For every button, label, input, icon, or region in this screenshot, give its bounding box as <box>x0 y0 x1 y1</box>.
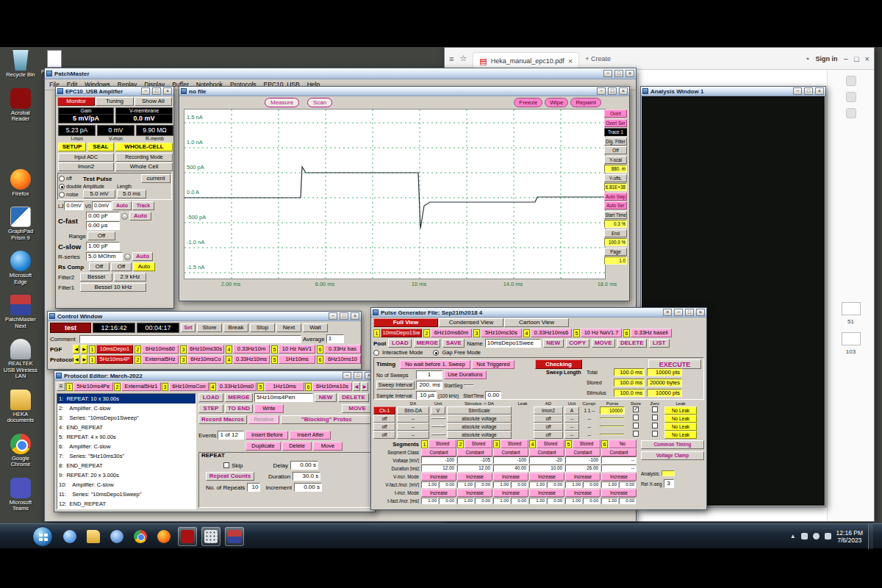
rack-button[interactable]: test <box>50 323 91 333</box>
protocol-item-label[interactable]: External5Hz <box>142 355 179 364</box>
protocol-event-row[interactable]: 9: REPEAT: 20 x 3.000s <box>57 470 196 480</box>
t-increment-field[interactable]: 0.00 <box>439 498 456 504</box>
amplifier-tab[interactable]: Show All <box>135 97 172 106</box>
volume-icon[interactable] <box>813 533 820 539</box>
page-thumbnail[interactable]: 103 <box>828 332 874 355</box>
control-button[interactable]: Store <box>197 323 222 332</box>
segment-class-button[interactable]: Constant <box>529 448 564 456</box>
minimize-button[interactable]: − <box>793 87 802 95</box>
pgf-item[interactable]: 2 6Hz10ms60 <box>135 345 179 354</box>
scope-sidebar-button[interactable]: Dig. Filter <box>604 137 627 146</box>
start-seg-field[interactable] <box>464 384 474 386</box>
pgf-item-label[interactable]: 10 Hz NaV1 <box>279 345 315 354</box>
pgf-item[interactable]: 1 10msDepo1 <box>89 345 133 354</box>
maximize-button[interactable]: □ <box>152 87 161 95</box>
t-incr-mode-button[interactable]: Increase <box>529 489 564 497</box>
maximize-button[interactable]: □ <box>685 309 694 316</box>
protocol-event-list[interactable]: 1: REPEAT: 10 x 30.00s2: Amplifier: C-sl… <box>57 393 196 509</box>
delay-field[interactable]: 0.00 s <box>290 461 318 470</box>
taskbar-app-button[interactable] <box>225 527 244 546</box>
segment-duration-field[interactable]: 26.00 <box>565 465 600 472</box>
test-pulse-option[interactable]: noise <box>59 190 82 198</box>
v-factor-field[interactable]: 1.00 <box>493 481 510 488</box>
desktop-icon[interactable]: Recycle Bin <box>3 50 38 79</box>
leak-mode-button[interactable]: No Leak <box>664 423 697 431</box>
merge-button[interactable]: MERGE <box>225 393 253 402</box>
help-icon[interactable]: ◔ <box>805 54 810 63</box>
desktop-icon[interactable]: Acrobat Reader <box>3 88 38 123</box>
scan-button[interactable]: Scan <box>307 98 332 107</box>
network-icon[interactable] <box>801 533 808 539</box>
taskbar-app-button[interactable] <box>131 527 150 546</box>
delete-event-button[interactable]: Delete <box>282 442 312 451</box>
t-factor-field[interactable]: 1.00 <box>493 498 510 504</box>
pool-tab[interactable]: 4 0.33Hz10ms6 <box>523 329 572 337</box>
stimulus-mode-button[interactable]: absolute voltage <box>447 415 512 423</box>
leak-mode-button[interactable]: No Leak <box>664 431 697 439</box>
v-increment-field[interactable]: 0.00 <box>583 481 600 488</box>
minimize-button[interactable]: − <box>603 70 612 77</box>
pgf-item[interactable]: 3 6Hz10ms30s <box>180 345 224 354</box>
stimulus-mode-button[interactable]: StimScale <box>447 406 512 415</box>
desktop-icon[interactable]: HEKA documents <box>3 390 38 424</box>
maximize-button[interactable]: □ <box>608 87 617 95</box>
test-pulse-type-button[interactable]: current <box>141 174 171 183</box>
protocol-tab-label[interactable]: 6Hz10msCon <box>169 382 209 391</box>
scope-sidebar-button[interactable]: Trace 1 <box>604 128 627 136</box>
channel-select-button[interactable]: off <box>373 415 395 423</box>
pool-tab-label[interactable]: 10msDepo1Sw <box>381 329 422 337</box>
range-button[interactable]: Off <box>87 232 115 240</box>
maximize-button[interactable]: □ <box>340 312 348 320</box>
taskbar-app-button[interactable] <box>84 527 103 546</box>
set-button[interactable]: Set <box>181 323 196 332</box>
duration-field[interactable]: 30.0 s <box>293 472 320 481</box>
repaint-button[interactable]: Repaint <box>570 98 601 107</box>
create-tab[interactable]: + Create <box>585 55 611 62</box>
pgf-item-label[interactable]: 0.33Hz bas <box>324 345 361 354</box>
gap-free-mode-radio-icon[interactable] <box>433 350 439 356</box>
scope-sidebar-button[interactable]: 100.0 % <box>604 238 627 246</box>
sample-interval-field[interactable]: 10 µs <box>416 391 437 400</box>
maximize-button[interactable]: □ <box>854 54 859 63</box>
t-increment-field[interactable]: 0.00 <box>619 498 636 504</box>
v-factor-field[interactable]: 1.00 <box>601 481 618 488</box>
protocol-tab[interactable]: 6 6Hz10ms10s <box>305 382 352 391</box>
protocol-event-row[interactable]: 7: Series: "5Hz10ms30s" <box>57 451 196 461</box>
protocol-tab-label[interactable]: External5Hz1 <box>121 382 161 391</box>
scope-sidebar-button[interactable]: Start Time <box>604 211 627 219</box>
t-incr-mode-button[interactable]: Increase <box>565 489 600 497</box>
pool-tab[interactable]: 6 0.33Hz baseli <box>623 329 672 337</box>
desktop-icon[interactable]: Firefox <box>3 169 38 198</box>
close-button[interactable]: × <box>619 87 628 95</box>
tray-expand-icon[interactable]: ▲ <box>790 533 796 539</box>
channel-select-button[interactable]: off <box>373 431 395 439</box>
protocol-item[interactable]: 2 External5Hz <box>135 355 179 364</box>
skip-checkbox[interactable] <box>223 462 229 468</box>
pool-tab[interactable]: 3 5Hz10ms30s <box>473 329 522 337</box>
t-factor-field[interactable]: 1.00 <box>601 498 618 504</box>
v-incr-mode-button[interactable]: Increase <box>529 473 564 481</box>
start-button[interactable] <box>32 526 53 547</box>
scope-sidebar-button[interactable]: Overl Swp <box>604 110 627 118</box>
record-macros-button[interactable]: Record Macros <box>198 415 247 424</box>
v-incr-mode-button[interactable]: Increase <box>457 473 492 481</box>
v-factor-field[interactable]: 1.00 <box>421 481 438 488</box>
protocol-tab[interactable]: 5 1Hz10ms <box>257 382 304 391</box>
store-checkbox[interactable] <box>633 406 639 412</box>
close-button[interactable]: × <box>625 70 634 77</box>
store-checkbox[interactable] <box>633 431 639 437</box>
taskbar-clock[interactable]: 12:16 PM 7/6/2023 <box>836 529 863 544</box>
t-increment-field[interactable]: 0.00 <box>583 498 600 504</box>
sequence-delete-button[interactable]: DELETE <box>617 339 647 348</box>
leak-mode-button[interactable]: No Leak <box>664 415 697 423</box>
taskbar-app-button[interactable] <box>154 527 173 546</box>
cfast-knob-icon[interactable] <box>121 213 128 220</box>
titlebar[interactable]: PatchMaster − □ × <box>45 68 636 79</box>
menu-button[interactable]: ≡ <box>663 309 672 316</box>
t-increment-field[interactable]: 0.00 <box>511 498 528 504</box>
seal-button[interactable]: SEAL <box>87 143 114 151</box>
length-field[interactable]: 5.0 ms <box>117 190 146 198</box>
radio-icon[interactable] <box>59 192 65 198</box>
filter2-type-button[interactable]: Bessel <box>80 273 112 282</box>
increment-field[interactable]: 0.00 s <box>294 483 322 492</box>
